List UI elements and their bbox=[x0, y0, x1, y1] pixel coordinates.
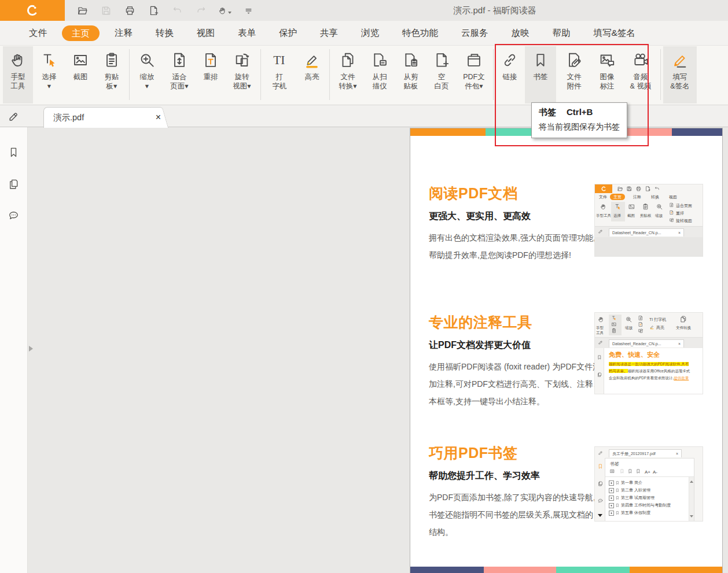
save-button[interactable] bbox=[99, 3, 113, 17]
menu-tab-browse[interactable]: 浏览 bbox=[350, 21, 391, 45]
page-bottom-color-bar bbox=[410, 567, 722, 573]
section-read-pdf: 阅读PDF文档 更强大、更实用、更高效 拥有出色的文档渲染效果,强大的页面管理功… bbox=[429, 184, 602, 264]
ribbon-separator bbox=[260, 49, 261, 100]
menu-tab-comment[interactable]: 注释 bbox=[103, 21, 144, 45]
menu-tab-features[interactable]: 特色功能 bbox=[391, 21, 450, 45]
rotate-view-icon bbox=[233, 51, 251, 69]
select-text-icon bbox=[40, 51, 58, 69]
zoom-icon bbox=[138, 51, 156, 69]
section-subheading: 更强大、更实用、更高效 bbox=[429, 210, 602, 223]
expand-caret-icon bbox=[598, 514, 602, 519]
ribbon-button-link[interactable]: 链接 bbox=[496, 46, 524, 103]
menu-tab-fill-sign[interactable]: 填写&签名 bbox=[582, 21, 647, 45]
menu-tab-home[interactable]: 主页 bbox=[62, 25, 100, 41]
title-bar: 演示.pdf - 福昕阅读器 bbox=[0, 0, 728, 21]
menu-tab-file[interactable]: 文件 bbox=[17, 21, 58, 45]
sign-pencil-icon bbox=[671, 51, 689, 69]
comments-panel-button[interactable] bbox=[7, 209, 21, 223]
ribbon-button-fill-sign[interactable]: 填写&签名 bbox=[663, 46, 697, 103]
bookmark-icon bbox=[7, 146, 20, 159]
close-tab-icon[interactable]: × bbox=[156, 108, 161, 127]
section-body: 为PDF页面添加书签,除了实现内容的快速导航, 书签还能指明不同书签的层级关系,… bbox=[429, 489, 602, 541]
pdf-page: 阅读PDF文档 更强大、更实用、更高效 拥有出色的文档渲染效果,强大的页面管理功… bbox=[410, 128, 723, 573]
ribbon-button-rotate-view[interactable]: 旋转视图▾ bbox=[226, 46, 258, 103]
section-annotation-tools: 专业的注释工具 让PDF文档发挥更大价值 使用福昕PDF阅读器 (foxit r… bbox=[429, 313, 602, 410]
new-page-button[interactable] bbox=[146, 3, 160, 17]
open-file-button[interactable] bbox=[75, 3, 89, 17]
customize-toolbar-button[interactable] bbox=[241, 3, 255, 17]
foxit-reader-window: 演示.pdf - 福昕阅读器 文件 主页 注释 转换 视图 表单 保护 共享 浏… bbox=[0, 0, 728, 573]
menu-bar: 文件 主页 注释 转换 视图 表单 保护 共享 浏览 特色功能 云服务 放映 帮… bbox=[0, 21, 728, 45]
ribbon-button-snapshot[interactable]: 截图 bbox=[65, 46, 95, 103]
highlighter-icon bbox=[303, 51, 321, 69]
ribbon-toolbar: 手型工具 选择▾ 截图 剪贴板▾ 缩放▾ 适合页面▾ 重排 旋转视图▾ 打字机 … bbox=[0, 45, 728, 105]
ribbon-button-highlight[interactable]: 高亮 bbox=[297, 46, 327, 103]
from-clipboard-icon bbox=[402, 51, 420, 69]
section-bookmarks: 巧用PDF书签 帮助您提升工作、学习效率 为PDF页面添加书签,除了实现内容的快… bbox=[429, 443, 602, 541]
print-button[interactable] bbox=[123, 3, 137, 17]
ribbon-button-select[interactable]: 选择▾ bbox=[34, 46, 64, 103]
ribbon-button-typewriter[interactable]: 打字机 bbox=[263, 46, 296, 103]
ribbon-button-from-clipboard[interactable]: 从剪贴板 bbox=[396, 46, 426, 103]
ribbon-separator bbox=[129, 49, 130, 100]
comment-icon bbox=[7, 209, 20, 223]
hand-icon bbox=[9, 51, 27, 69]
hand-mode-button[interactable] bbox=[218, 3, 231, 17]
ribbon-button-pdf-portfolio[interactable]: PDF文件包▾ bbox=[457, 46, 491, 103]
document-tab-active[interactable]: 演示.pdf × bbox=[43, 107, 160, 128]
bookmarks-panel-button[interactable] bbox=[7, 146, 21, 160]
ribbon-button-image-annotation[interactable]: 图像标注 bbox=[592, 46, 622, 103]
annotate-pencil-icon[interactable] bbox=[7, 109, 22, 124]
menu-tab-view[interactable]: 视图 bbox=[185, 21, 226, 45]
clipboard-icon bbox=[102, 51, 121, 69]
menu-tab-cloud[interactable]: 云服务 bbox=[450, 21, 500, 45]
ribbon-separator bbox=[660, 49, 661, 100]
ribbon-button-fit-page[interactable]: 适合页面▾ bbox=[163, 46, 196, 103]
ribbon-button-clipboard[interactable]: 剪贴板▾ bbox=[97, 46, 127, 103]
ribbon-button-reflow[interactable]: 重排 bbox=[197, 46, 225, 103]
fit-page-icon bbox=[170, 51, 189, 69]
window-title: 演示.pdf - 福昕阅读器 bbox=[370, 0, 619, 21]
chevron-down-icon bbox=[228, 12, 231, 16]
foxit-logo-icon bbox=[25, 3, 40, 18]
section-subheading: 帮助您提升工作、学习效率 bbox=[429, 470, 602, 482]
section-body: 拥有出色的文档渲染效果,强大的页面管理功能, 帮助提升效率,是您阅读PDF的理想… bbox=[429, 229, 602, 264]
convert-file-icon bbox=[339, 51, 357, 69]
reflow-icon bbox=[201, 51, 220, 69]
snapshot-icon bbox=[71, 51, 90, 69]
scanner-icon bbox=[370, 51, 389, 69]
ribbon-separator bbox=[329, 49, 330, 100]
tooltip-title: 书签 bbox=[539, 107, 556, 117]
pages-panel-button[interactable] bbox=[7, 178, 21, 191]
link-icon bbox=[501, 51, 519, 69]
attachment-icon bbox=[565, 51, 583, 69]
screenshot-thumb-annotate-ui: 手型工具 缩放 TI 打字机 高亮 文件转换 Datasheet_Reader_… bbox=[594, 312, 703, 394]
panel-expand-handle[interactable] bbox=[29, 346, 36, 352]
ribbon-button-file-attachment[interactable]: 文件附件 bbox=[557, 46, 591, 103]
quick-access-toolbar bbox=[75, 0, 255, 21]
redo-button[interactable] bbox=[194, 3, 208, 17]
typewriter-icon bbox=[270, 51, 289, 69]
section-heading: 专业的注释工具 bbox=[429, 313, 602, 332]
menu-tab-protect[interactable]: 保护 bbox=[267, 21, 308, 45]
menu-tab-present[interactable]: 放映 bbox=[500, 21, 541, 45]
ribbon-button-convert[interactable]: 文件转换▾ bbox=[332, 46, 363, 103]
menu-tab-convert[interactable]: 转换 bbox=[144, 21, 185, 45]
screenshot-thumb-bookmark-panel: 员工手册_20120917.pdf × 书签 A+ A- 第一章 简介 第二章 … bbox=[594, 446, 703, 522]
app-logo[interactable] bbox=[0, 0, 65, 21]
section-body: 使用福昕PDF阅读器 (foxit reader) 为PDF文件添 加注释,可对… bbox=[429, 358, 602, 410]
ribbon-button-bookmark[interactable]: 书签 bbox=[525, 46, 556, 103]
ribbon-button-hand-tool[interactable]: 手型工具 bbox=[3, 46, 33, 103]
ribbon-button-audio-video[interactable]: 音频& 视频 bbox=[623, 46, 658, 103]
section-heading: 阅读PDF文档 bbox=[429, 184, 602, 203]
bookmark-icon bbox=[531, 51, 550, 69]
menu-tab-share[interactable]: 共享 bbox=[308, 21, 350, 45]
video-camera-icon bbox=[631, 51, 650, 69]
ribbon-button-blank-page[interactable]: 空白页 bbox=[427, 46, 456, 103]
ribbon-button-zoom[interactable]: 缩放▾ bbox=[132, 46, 162, 103]
ribbon-button-from-scanner[interactable]: 从扫描仪 bbox=[365, 46, 395, 103]
menu-tab-help[interactable]: 帮助 bbox=[541, 21, 582, 45]
screenshot-thumb-reader-ui: 文件 主页 注释 转换 视图 手型工具 选择 截图 剪贴板 缩放 适合页面 重排… bbox=[594, 184, 703, 257]
menu-tab-form[interactable]: 表单 bbox=[226, 21, 267, 45]
undo-button[interactable] bbox=[170, 3, 184, 17]
